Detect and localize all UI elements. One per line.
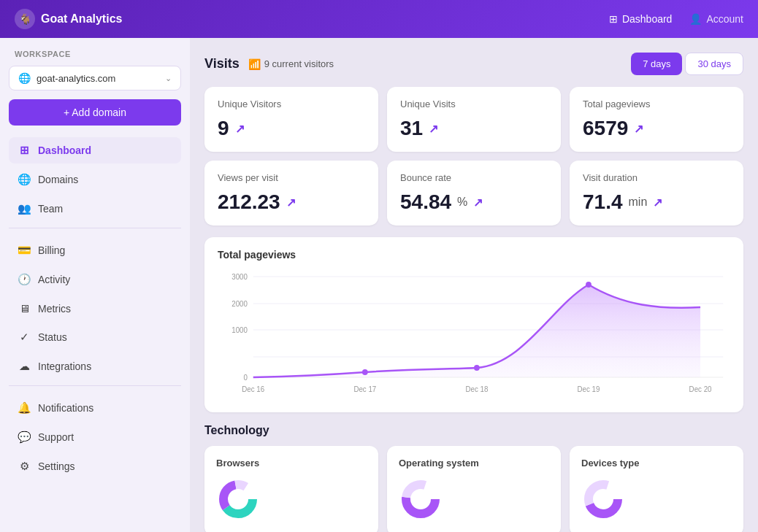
account-nav-label: Account bbox=[706, 13, 743, 25]
tech-card-devices-type: Devices type bbox=[570, 446, 743, 532]
team-icon: 👥 bbox=[18, 202, 31, 215]
add-domain-button[interactable]: + Add domain bbox=[9, 99, 181, 126]
account-nav-icon: 👤 bbox=[689, 13, 702, 25]
unique-visits-value-row: 31 ↗ bbox=[400, 117, 548, 140]
unique-visits-value: 31 bbox=[400, 117, 423, 140]
stat-card-visit-duration: Visit duration 71.4 min ↗ bbox=[570, 161, 743, 225]
metrics-icon: 🖥 bbox=[18, 302, 31, 315]
header-nav-account[interactable]: 👤 Account bbox=[689, 13, 743, 25]
sidebar-item-notifications[interactable]: 🔔 Notifications bbox=[9, 395, 181, 421]
status-icon: ✓ bbox=[18, 331, 31, 344]
views-per-visit-label: Views per visit bbox=[218, 172, 365, 183]
svg-text:1000: 1000 bbox=[231, 326, 248, 334]
domain-arrow-icon: ⌄ bbox=[165, 74, 172, 83]
domain-selector[interactable]: 🌐 goat-analytics.com ⌄ bbox=[9, 66, 181, 90]
notifications-icon: 🔔 bbox=[18, 401, 31, 415]
stat-card-views-per-visit: Views per visit 212.23 ↗ bbox=[204, 161, 378, 225]
technology-grid: Browsers Operating system Devices t bbox=[204, 446, 743, 532]
devices-type-title: Devices type bbox=[581, 458, 732, 469]
sidebar-item-activity[interactable]: 🕐 Activity bbox=[9, 266, 181, 293]
svg-text:0: 0 bbox=[244, 374, 248, 382]
header-nav-dashboard[interactable]: ⊞ Dashboard bbox=[609, 13, 673, 25]
os-chart bbox=[399, 477, 443, 521]
settings-icon: ⚙ bbox=[18, 460, 31, 473]
time-filters: 7 days 30 days bbox=[631, 53, 743, 75]
tech-card-browsers: Browsers bbox=[204, 446, 378, 532]
workspace-label: Workspace bbox=[9, 50, 181, 63]
dashboard-nav-icon: ⊞ bbox=[609, 13, 618, 25]
views-per-visit-value-row: 212.23 ↗ bbox=[218, 190, 365, 214]
stat-card-unique-visits: Unique Visits 31 ↗ bbox=[387, 87, 561, 152]
filter-30days[interactable]: 30 days bbox=[685, 53, 743, 75]
sidebar-item-metrics[interactable]: 🖥 Metrics bbox=[9, 296, 181, 321]
current-visitors-badge: 📶 9 current visitors bbox=[248, 58, 334, 70]
pageviews-chart: 3000 2000 1000 0 bbox=[218, 269, 730, 401]
current-visitors-text: 9 current visitors bbox=[264, 58, 334, 69]
domain-globe-icon: 🌐 bbox=[18, 72, 31, 84]
sidebar-settings-label: Settings bbox=[38, 460, 75, 472]
operating-system-title: Operating system bbox=[399, 458, 549, 469]
total-pageviews-arrow: ↗ bbox=[634, 122, 643, 136]
logo-text: Goat Analytics bbox=[41, 12, 122, 26]
sidebar-metrics-label: Metrics bbox=[38, 303, 71, 315]
sidebar-notifications-label: Notifications bbox=[38, 402, 93, 414]
stat-card-unique-visitors: Unique Visitors 9 ↗ bbox=[204, 87, 378, 152]
svg-text:2000: 2000 bbox=[231, 300, 248, 308]
chart-point-dec17 bbox=[362, 369, 368, 375]
sidebar-divider-2 bbox=[9, 385, 181, 386]
header: 🐐 Goat Analytics ⊞ Dashboard 👤 Account bbox=[0, 0, 758, 38]
domain-value: goat-analytics.com bbox=[37, 73, 115, 84]
chart-point-dec18 bbox=[474, 365, 480, 371]
bounce-rate-unit: % bbox=[457, 196, 467, 209]
sidebar-divider-1 bbox=[9, 228, 181, 228]
chart-area bbox=[253, 285, 700, 377]
views-per-visit-arrow: ↗ bbox=[286, 196, 296, 209]
bounce-rate-label: Bounce rate bbox=[400, 172, 548, 183]
unique-visitors-value-row: 9 ↗ bbox=[218, 117, 365, 140]
sidebar-item-billing[interactable]: 💳 Billing bbox=[9, 237, 181, 263]
stat-card-total-pageviews: Total pageviews 6579 ↗ bbox=[570, 87, 743, 152]
svg-text:Dec 16: Dec 16 bbox=[242, 385, 264, 393]
bounce-rate-value-row: 54.84 % ↗ bbox=[400, 190, 548, 214]
browsers-title: Browsers bbox=[216, 458, 367, 469]
total-pageviews-value: 6579 bbox=[583, 117, 628, 140]
sidebar-item-dashboard[interactable]: ⊞ Dashboard bbox=[9, 137, 181, 163]
visit-duration-value-row: 71.4 min ↗ bbox=[583, 190, 730, 214]
support-icon: 💬 bbox=[18, 431, 31, 444]
header-nav: ⊞ Dashboard 👤 Account bbox=[609, 13, 743, 25]
stat-card-bounce-rate: Bounce rate 54.84 % ↗ bbox=[387, 161, 561, 225]
sidebar-integrations-label: Integrations bbox=[38, 361, 91, 372]
svg-text:Dec 17: Dec 17 bbox=[353, 385, 376, 393]
visit-duration-arrow: ↗ bbox=[653, 196, 662, 209]
tech-card-operating-system: Operating system bbox=[387, 446, 561, 532]
logo-icon: 🐐 bbox=[15, 9, 35, 29]
browsers-chart bbox=[216, 477, 260, 521]
sidebar-item-settings[interactable]: ⚙ Settings bbox=[9, 453, 181, 479]
svg-text:Dec 20: Dec 20 bbox=[689, 385, 712, 393]
svg-text:Dec 18: Dec 18 bbox=[465, 385, 488, 393]
chart-title: Total pageviews bbox=[218, 249, 730, 261]
layout: Workspace 🌐 goat-analytics.com ⌄ + Add d… bbox=[0, 38, 758, 532]
bounce-rate-value: 54.84 bbox=[400, 190, 451, 214]
chart-card: Total pageviews 3000 2000 1000 0 bbox=[204, 237, 743, 412]
bounce-rate-arrow: ↗ bbox=[473, 196, 483, 209]
billing-icon: 💳 bbox=[18, 244, 31, 257]
unique-visitors-value: 9 bbox=[218, 117, 229, 140]
devices-chart bbox=[581, 477, 625, 521]
sidebar-item-domains[interactable]: 🌐 Domains bbox=[9, 166, 181, 193]
sidebar-item-status[interactable]: ✓ Status bbox=[9, 324, 181, 350]
visit-duration-label: Visit duration bbox=[583, 172, 730, 183]
svg-text:Dec 19: Dec 19 bbox=[578, 385, 600, 393]
unique-visitors-label: Unique Visitors bbox=[218, 99, 365, 109]
main-content: Visits 📶 9 current visitors 7 days 30 da… bbox=[190, 38, 758, 532]
stats-grid: Unique Visitors 9 ↗ Unique Visits 31 ↗ T… bbox=[204, 87, 743, 225]
filter-7days[interactable]: 7 days bbox=[631, 53, 682, 75]
sidebar-item-support[interactable]: 💬 Support bbox=[9, 424, 181, 450]
sidebar-item-integrations[interactable]: ☁ Integrations bbox=[9, 353, 181, 379]
unique-visits-arrow: ↗ bbox=[429, 122, 438, 136]
dashboard-icon: ⊞ bbox=[18, 144, 31, 157]
total-pageviews-value-row: 6579 ↗ bbox=[583, 117, 730, 140]
svg-text:3000: 3000 bbox=[231, 273, 248, 281]
sidebar-item-team[interactable]: 👥 Team bbox=[9, 196, 181, 222]
sidebar-billing-label: Billing bbox=[38, 244, 65, 256]
